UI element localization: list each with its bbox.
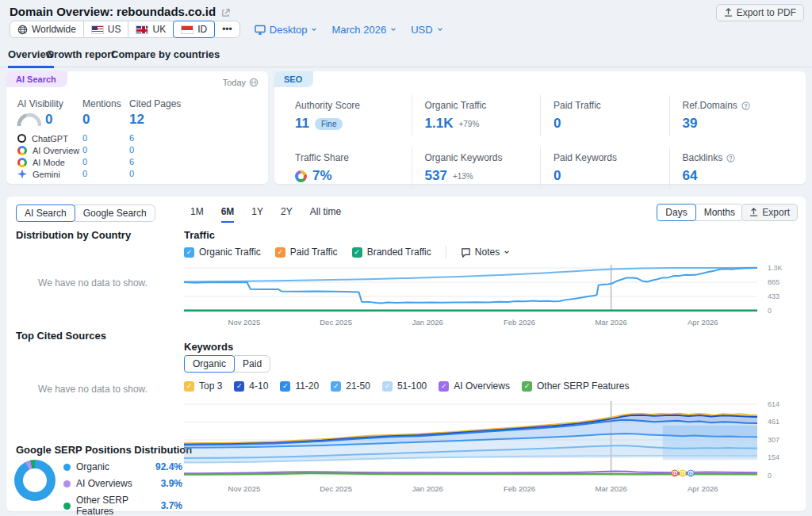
svg-text:Mar 2026: Mar 2026	[596, 318, 627, 327]
chevron-down-icon	[390, 26, 396, 32]
google-icon	[17, 158, 27, 167]
metric-authority-score: Authority Score 11Fine	[282, 95, 412, 136]
legend-organic-traffic[interactable]: ✓ Organic Traffic	[184, 247, 261, 258]
legend-51-100[interactable]: ✓51-100	[382, 380, 427, 392]
page-title: Domain Overview: reboundads.co.id	[10, 5, 230, 18]
range-2y[interactable]: 2Y	[281, 206, 293, 223]
metric-value[interactable]: 1.1K	[425, 116, 454, 132]
keywords-organic-toggle[interactable]: Organic	[184, 355, 235, 373]
metric-delta: +13%	[453, 172, 473, 181]
serp-value: 92.4%	[155, 461, 182, 472]
location-id[interactable]: ID	[173, 21, 215, 38]
metric-value[interactable]: 11	[295, 116, 309, 132]
id-flag-icon	[181, 25, 193, 34]
metric-value[interactable]: 537	[425, 168, 447, 184]
export-button[interactable]: Export	[741, 204, 798, 221]
row-cited[interactable]: 0	[129, 145, 134, 155]
external-link-icon[interactable]	[221, 5, 230, 18]
domain-overview-page: Domain Overview: reboundads.co.id Export…	[0, 0, 812, 516]
keywords-type-toggle: Organic Paid	[184, 355, 270, 373]
granularity-months[interactable]: Months	[695, 204, 744, 221]
ai-engine-row[interactable]: AI Mode	[17, 156, 260, 168]
legend-4-10[interactable]: ✓4-10	[234, 380, 268, 392]
svg-text:307: 307	[768, 436, 779, 444]
svg-text:865: 865	[768, 278, 779, 286]
legend-other-serp-features[interactable]: ✓Other SERP Features	[522, 380, 630, 392]
metric-value[interactable]: 0	[553, 116, 561, 132]
filter-bar: Worldwide US UK ID ••• Desktop M	[10, 21, 443, 38]
other-serp-dot	[63, 503, 71, 510]
keywords-paid-toggle[interactable]: Paid	[234, 355, 270, 373]
row-cited[interactable]: 6	[129, 157, 134, 166]
page-title-label: Domain Overview:	[10, 5, 113, 18]
row-cited[interactable]: 0	[129, 169, 134, 178]
metric-value[interactable]: 7%	[312, 168, 332, 184]
row-mentions[interactable]: 0	[82, 133, 87, 143]
notes-dropdown[interactable]: Notes	[461, 247, 510, 258]
seo-panel: SEO Authority Score 11Fine Organic Traff…	[274, 71, 806, 184]
checkbox-icon: ✓	[522, 381, 532, 392]
traffic-legend: ✓ Organic Traffic ✓ Paid Traffic ✓ Brand…	[184, 246, 510, 258]
location-us[interactable]: US	[83, 21, 129, 38]
legend-branded-traffic[interactable]: ✓ Branded Traffic	[352, 247, 431, 258]
legend-11-20[interactable]: ✓11-20	[280, 380, 319, 392]
toggle-google-search[interactable]: Google Search	[75, 204, 155, 222]
ai-visibility-gauge	[17, 113, 42, 126]
range-6m[interactable]: 6M	[221, 206, 235, 223]
serp-legend-item[interactable]: Organic 92.4%	[63, 461, 182, 472]
metric-organic-keywords: Organic Keywords 537+13%	[412, 147, 541, 189]
svg-text:G: G	[672, 471, 676, 476]
ai-engine-row[interactable]: AI Overview	[17, 144, 260, 156]
svg-text:Apr 2026: Apr 2026	[688, 318, 718, 327]
device-dropdown[interactable]: Desktop	[255, 24, 318, 36]
checkbox-icon: ✓	[439, 381, 449, 392]
ai-engine-row[interactable]: Gemini	[17, 168, 260, 180]
authority-score-rating-badge: Fine	[315, 118, 343, 130]
organic-dot	[63, 464, 71, 471]
metric-value[interactable]: 39	[683, 116, 698, 132]
traffic-chart[interactable]: 1.3K8654330Nov 2025Dec 2025Jan 2026Feb 2…	[184, 262, 806, 328]
range-all-time[interactable]: All time	[310, 206, 341, 223]
info-icon[interactable]	[726, 154, 735, 162]
row-mentions[interactable]: 0	[82, 157, 87, 166]
svg-text:614: 614	[768, 400, 779, 408]
legend-ai-overviews[interactable]: ✓AI Overviews	[439, 380, 510, 392]
toggle-ai-search[interactable]: AI Search	[16, 204, 75, 222]
svg-text:0: 0	[768, 472, 772, 480]
tab-growth-report[interactable]: Growth report	[46, 48, 115, 66]
cited-pages-value: 12	[129, 112, 144, 128]
export-to-pdf-button[interactable]: Export to PDF	[716, 4, 804, 21]
ai-search-badge: AI Search	[6, 71, 67, 87]
granularity-toggle: Days Months	[657, 204, 744, 221]
granularity-days[interactable]: Days	[657, 204, 695, 221]
metric-value[interactable]: 0	[553, 168, 561, 184]
tab-compare-by-countries[interactable]: Compare by countries	[111, 48, 220, 66]
legend-paid-traffic[interactable]: ✓ Paid Traffic	[275, 247, 338, 258]
range-1y[interactable]: 1Y	[251, 206, 263, 223]
location-more-button[interactable]: •••	[214, 21, 240, 38]
currency-dropdown[interactable]: USD	[411, 24, 442, 36]
checkbox-icon: ✓	[331, 381, 341, 392]
info-icon[interactable]	[741, 101, 750, 110]
date-dropdown[interactable]: March 2026	[331, 24, 396, 36]
location-uk[interactable]: UK	[128, 21, 174, 38]
location-worldwide[interactable]: Worldwide	[10, 21, 84, 38]
row-cited[interactable]: 6	[129, 133, 134, 143]
mentions-header: Mentions	[82, 98, 121, 109]
legend-21-50[interactable]: ✓21-50	[331, 380, 370, 392]
chevron-down-icon	[437, 26, 443, 32]
gemini-icon	[17, 170, 27, 179]
chatgpt-icon	[17, 134, 26, 143]
svg-text:Mar 2026: Mar 2026	[596, 484, 627, 493]
row-mentions[interactable]: 0	[82, 145, 87, 155]
row-mentions[interactable]: 0	[82, 169, 87, 178]
metric-ref-domains: Ref.Domains 39	[669, 95, 799, 136]
serp-legend-item[interactable]: AI Overviews 3.9%	[63, 478, 182, 489]
metric-value[interactable]: 64	[683, 168, 698, 184]
legend-top3[interactable]: ✓Top 3	[184, 380, 222, 392]
keywords-chart[interactable]: 6144613071540Nov 2025Dec 2025Jan 2026Feb…	[184, 398, 806, 495]
ai-engine-row[interactable]: ChatGPT	[17, 132, 260, 144]
svg-text:Dec 2025: Dec 2025	[320, 318, 352, 327]
serp-legend-item[interactable]: Other SERP Features 3.7%	[63, 495, 182, 516]
range-1m[interactable]: 1M	[190, 206, 204, 223]
